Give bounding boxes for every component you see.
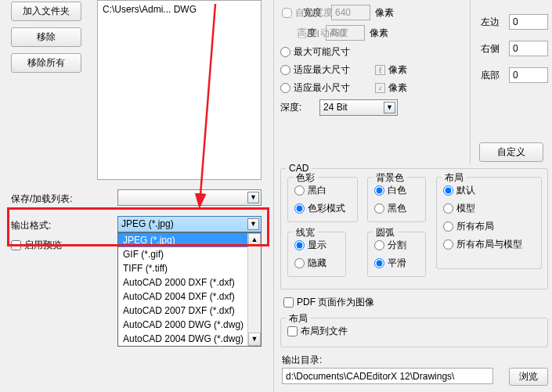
format-option[interactable]: AutoCAD 2000 DXF (*.dxf) <box>118 275 261 290</box>
browse-button[interactable]: 浏览 <box>509 368 548 386</box>
fit-min-radio[interactable] <box>280 83 290 93</box>
fit-min-input <box>375 83 385 93</box>
pixel-label: 像素 <box>370 27 388 40</box>
checkbox-icon[interactable] <box>11 240 21 250</box>
width-input <box>331 5 370 20</box>
right-label: 右侧 <box>481 42 504 56</box>
left-label: 左边 <box>481 16 504 29</box>
pixel-label: 像素 <box>388 63 407 77</box>
remove-button[interactable]: 移除 <box>11 27 81 47</box>
arc-group: 圆弧 分割 平滑 <box>367 232 426 277</box>
bg-group-title: 背景色 <box>373 171 407 185</box>
checkbox-icon[interactable] <box>283 297 294 307</box>
save-load-list-combo[interactable]: ▼ <box>117 189 262 206</box>
cad-group: CAD 色彩 黑白 色彩模式 背景色 白色 黑色 布局 默认 模型 所有布局 所… <box>280 168 548 290</box>
layout-group: 布局 默认 模型 所有布局 所有布局与模型 <box>436 177 542 269</box>
customize-button[interactable]: 自定义 <box>479 142 543 162</box>
pixel-label: 像素 <box>388 81 407 95</box>
format-option[interactable]: TIFF (*.tiff) <box>118 261 261 275</box>
all-layouts-label: 所有布局 <box>456 220 494 233</box>
bottom-input[interactable] <box>509 67 548 83</box>
scroll-down-icon[interactable]: ▼ <box>248 333 261 346</box>
checkbox-icon <box>298 28 308 38</box>
color-group-title: 色彩 <box>293 171 318 185</box>
output-format-dropdown[interactable]: JPEG (*.jpg) GIF (*.gif) TIFF (*.tiff) A… <box>117 232 262 347</box>
linewidth-title: 线宽 <box>293 226 318 239</box>
output-format-label: 输出格式: <box>11 219 51 232</box>
remove-all-button[interactable]: 移除所有 <box>11 53 81 73</box>
all-layouts-radio[interactable] <box>443 221 453 232</box>
layout-to-file-label: 布局到文件 <box>301 325 348 338</box>
bw-label: 黑白 <box>308 184 327 197</box>
depth-value: 24 Bit <box>323 102 348 113</box>
colormode-label: 色彩模式 <box>308 202 345 215</box>
format-option[interactable]: AutoCAD 2007 DXF (*.dxf) <box>118 304 261 318</box>
add-folder-button[interactable]: 加入文件夹 <box>11 2 81 21</box>
scroll-up-icon[interactable]: ▲ <box>248 233 261 246</box>
show-radio[interactable] <box>294 240 305 250</box>
smooth-label: 平滑 <box>388 257 406 270</box>
fit-max-label: 适应最大尺寸 <box>294 63 350 77</box>
checkbox-icon <box>282 8 292 18</box>
layout-to-file-checkbox[interactable]: 布局到文件 <box>287 325 348 338</box>
output-format-combo[interactable]: JPEG (*.jpg) ▼ <box>117 216 262 232</box>
model-radio[interactable] <box>443 203 453 214</box>
fit-max-radio[interactable] <box>280 65 290 75</box>
vertical-divider <box>470 0 471 164</box>
black-label: 黑色 <box>388 202 406 215</box>
file-list[interactable]: C:\Users\Admi... DWG <box>97 0 262 180</box>
max-possible-radio[interactable] <box>280 47 290 57</box>
format-option[interactable]: JPEG (*.jpg) <box>118 233 261 247</box>
black-radio[interactable] <box>374 203 384 214</box>
left-input[interactable] <box>509 14 548 30</box>
colormode-radio[interactable] <box>294 203 305 214</box>
arc-title: 圆弧 <box>373 226 398 239</box>
all-and-model-radio[interactable] <box>443 239 453 250</box>
scrollbar[interactable]: ▲ ▼ <box>247 233 261 346</box>
show-label: 显示 <box>308 239 327 252</box>
format-option[interactable]: GIF (*.gif) <box>118 247 261 261</box>
checkbox-icon[interactable] <box>287 326 298 336</box>
white-radio[interactable] <box>374 185 384 196</box>
file-list-item[interactable]: C:\Users\Admi... DWG <box>103 4 256 15</box>
right-input[interactable] <box>509 41 548 56</box>
pdf-as-image-checkbox[interactable]: PDF 页面作为图像 <box>283 296 374 309</box>
save-load-list-label: 保存/加载列表: <box>11 192 73 206</box>
enable-preview-checkbox[interactable]: 启用预览 <box>11 239 62 252</box>
model-label: 模型 <box>456 202 475 215</box>
output-dir-input[interactable] <box>282 368 493 384</box>
max-possible-label: 最大可能尺寸 <box>294 45 350 59</box>
layout-file-group: 布局 布局到文件 <box>280 318 548 347</box>
bg-group: 背景色 白色 黑色 <box>367 177 426 222</box>
default-radio[interactable] <box>443 185 453 196</box>
bw-radio[interactable] <box>294 185 305 196</box>
default-label: 默认 <box>456 184 475 197</box>
format-option[interactable]: AutoCAD 2004 DXF (*.dxf) <box>118 290 261 304</box>
segment-label: 分割 <box>388 239 406 252</box>
enable-preview-label: 启用预览 <box>24 239 62 252</box>
fit-min-label: 适应最小尺寸 <box>294 81 350 95</box>
linewidth-group: 线宽 显示 隐藏 <box>287 232 346 277</box>
layout-file-title: 布局 <box>286 312 311 325</box>
depth-combo[interactable]: 24 Bit ▼ <box>319 99 398 116</box>
chevron-down-icon: ▼ <box>384 102 395 113</box>
format-option[interactable]: AutoCAD 2004 DWG (*.dwg) <box>118 332 261 346</box>
layout-group-title: 布局 <box>442 171 467 185</box>
auto-height-label: 自动高度 <box>311 27 348 40</box>
vertical-divider <box>273 0 274 392</box>
segment-radio[interactable] <box>374 240 384 250</box>
hide-label: 隐藏 <box>308 257 327 270</box>
format-option[interactable]: AutoCAD 2000 DWG (*.dwg) <box>118 318 261 332</box>
bottom-label: 底部 <box>481 69 504 82</box>
auto-width-checkbox: 自动宽度 <box>282 6 333 20</box>
smooth-radio[interactable] <box>374 258 384 268</box>
auto-width-label: 自动宽度 <box>295 6 333 20</box>
depth-label: 深度: <box>280 101 315 114</box>
chevron-down-icon: ▼ <box>247 218 259 230</box>
color-group: 色彩 黑白 色彩模式 <box>287 177 358 222</box>
pixel-label: 像素 <box>375 6 394 20</box>
hide-radio[interactable] <box>294 258 305 268</box>
output-format-value: JPEG (*.jpg) <box>121 218 174 229</box>
auto-height-checkbox: 自动高度 <box>298 27 348 40</box>
chevron-down-icon: ▼ <box>247 192 259 203</box>
